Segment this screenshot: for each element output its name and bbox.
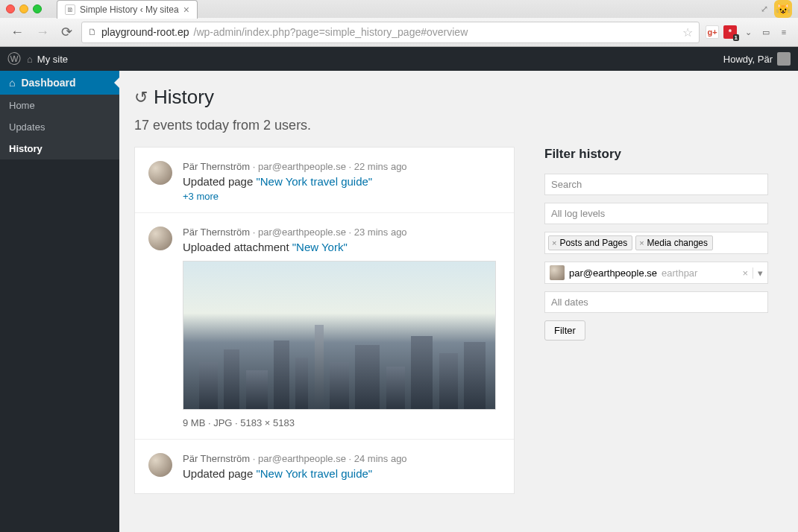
avatar: [148, 453, 172, 477]
page-title: History: [154, 86, 214, 109]
event-email: par@earthpeople.se: [258, 227, 346, 238]
sidebar-item-history[interactable]: History: [0, 138, 119, 159]
extension-icons: g+ * ⌄ ▭ ≡: [706, 25, 791, 39]
user-avatar-icon: [550, 265, 565, 280]
history-icon: ↺: [134, 88, 148, 107]
reload-button[interactable]: ⟳: [58, 22, 75, 42]
event-author: Pär Thernström: [183, 453, 250, 464]
dashboard-icon: ⌂: [9, 77, 15, 89]
minimize-window-button[interactable]: [19, 4, 28, 13]
url-path: /wp-admin/index.php?page=simple_history_…: [194, 26, 468, 38]
event-time: 23 mins ago: [354, 227, 407, 238]
browser-chrome: 🗎 Simple History ‹ My sitea × ⤢ 😺 ← → ⟳ …: [0, 0, 798, 47]
event-link[interactable]: "New York travel guide": [256, 175, 372, 188]
user-select[interactable]: par@earthpeople.se earthpar × ▾: [544, 262, 768, 284]
sidebar-main-label: Dashboard: [21, 77, 75, 89]
user-hint: earthpar: [662, 267, 697, 279]
lastpass-extension-icon[interactable]: *: [723, 25, 737, 39]
filter-tags[interactable]: ×Posts and Pages ×Media changes: [544, 232, 768, 254]
sidebar-item-home[interactable]: Home: [0, 95, 119, 116]
expand-icon[interactable]: ⤢: [761, 4, 768, 14]
event-action: Updated page "New York travel guide": [183, 467, 500, 480]
wp-main: ⌂ Dashboard Home Updates History ↺ Histo…: [0, 71, 798, 532]
page-header: ↺ History: [134, 86, 783, 109]
filter-button[interactable]: Filter: [544, 320, 585, 341]
tag-remove-icon[interactable]: ×: [639, 238, 644, 247]
log-levels-select[interactable]: [544, 203, 768, 224]
address-bar[interactable]: 🗋 playground-root.ep/wp-admin/index.php?…: [81, 22, 700, 43]
admin-sidebar: ⌂ Dashboard Home Updates History: [0, 71, 119, 532]
close-window-button[interactable]: [6, 4, 15, 13]
event-meta: Pär Thernström · par@earthpeople.se · 22…: [183, 161, 500, 172]
attachment-meta: 9 MB · JPG · 5183 × 5183: [183, 417, 500, 428]
event-action: Uploaded attachment "New York": [183, 241, 500, 253]
tab-close-icon[interactable]: ×: [183, 4, 189, 16]
event-time: 22 mins ago: [354, 161, 407, 172]
back-button[interactable]: ←: [7, 23, 27, 42]
event-email: par@earthpeople.se: [258, 161, 346, 172]
user-email: par@earthpeople.se: [569, 267, 657, 279]
filter-tag[interactable]: ×Posts and Pages: [548, 235, 632, 250]
forward-button[interactable]: →: [33, 23, 52, 42]
window-controls[interactable]: [6, 4, 42, 13]
dropdown-icon[interactable]: ▾: [753, 267, 763, 279]
event-author: Pär Thernström: [183, 227, 250, 238]
site-name[interactable]: My site: [37, 54, 68, 65]
browser-titlebar: 🗎 Simple History ‹ My sitea × ⤢ 😺: [0, 0, 798, 18]
user-greeting[interactable]: Howdy, Pär: [723, 54, 773, 65]
sidebar-item-updates[interactable]: Updates: [0, 116, 119, 138]
favicon-icon: 🗎: [65, 4, 75, 15]
extension-cat-icon[interactable]: 😺: [774, 0, 792, 18]
page-content: ↺ History 17 events today from 2 users. …: [119, 71, 798, 532]
browser-toolbar: ← → ⟳ 🗋 playground-root.ep/wp-admin/inde…: [0, 18, 798, 46]
home-icon[interactable]: ⌂: [27, 54, 33, 65]
gplus-extension-icon[interactable]: g+: [706, 25, 719, 39]
sidebar-item-dashboard[interactable]: ⌂ Dashboard: [0, 71, 119, 95]
cast-extension-icon[interactable]: ▭: [759, 25, 773, 39]
avatar: [148, 227, 172, 250]
event-meta: Pär Thernström · par@earthpeople.se · 23…: [183, 227, 500, 238]
avatar: [148, 161, 172, 185]
events-feed: Pär Thernström · par@earthpeople.se · 22…: [134, 147, 515, 494]
page-icon: 🗋: [88, 27, 97, 37]
filter-panel: Filter history ×Posts and Pages ×Media c…: [544, 147, 768, 341]
browser-menu-icon[interactable]: ≡: [777, 25, 791, 39]
event-author: Pär Thernström: [183, 161, 250, 172]
attachment-thumbnail[interactable]: [183, 261, 496, 410]
events-summary: 17 events today from 2 users.: [134, 118, 783, 133]
event-row: Pär Thernström · par@earthpeople.se · 24…: [135, 440, 514, 493]
search-input[interactable]: [544, 174, 768, 195]
filter-heading: Filter history: [544, 147, 768, 162]
tag-remove-icon[interactable]: ×: [552, 238, 556, 247]
event-row: Pär Thernström · par@earthpeople.se · 22…: [135, 148, 514, 213]
event-link[interactable]: "New York": [292, 241, 348, 253]
wp-logo-icon[interactable]: ⓦ: [7, 50, 21, 68]
wp-admin-bar: ⓦ ⌂ My site Howdy, Pär: [0, 47, 798, 71]
clear-user-icon[interactable]: ×: [742, 267, 748, 279]
dates-select[interactable]: [544, 291, 768, 313]
bookmark-star-icon[interactable]: ☆: [682, 25, 693, 39]
event-email: par@earthpeople.se: [258, 453, 346, 464]
event-time: 24 mins ago: [354, 453, 407, 464]
pocket-extension-icon[interactable]: ⌄: [741, 25, 755, 39]
event-action: Updated page "New York travel guide": [183, 175, 500, 188]
event-meta: Pär Thernström · par@earthpeople.se · 24…: [183, 453, 500, 464]
user-avatar-icon[interactable]: [777, 52, 791, 66]
tab-title: Simple History ‹ My sitea: [80, 4, 179, 15]
event-row: Pär Thernström · par@earthpeople.se · 23…: [135, 213, 514, 440]
filter-tag[interactable]: ×Media changes: [635, 235, 713, 250]
event-link[interactable]: "New York travel guide": [256, 467, 372, 480]
maximize-window-button[interactable]: [33, 4, 42, 13]
browser-tabs: 🗎 Simple History ‹ My sitea ×: [57, 0, 198, 19]
event-more-link[interactable]: +3 more: [183, 191, 500, 202]
url-host: playground-root.ep: [101, 26, 189, 38]
browser-tab[interactable]: 🗎 Simple History ‹ My sitea ×: [57, 0, 198, 19]
